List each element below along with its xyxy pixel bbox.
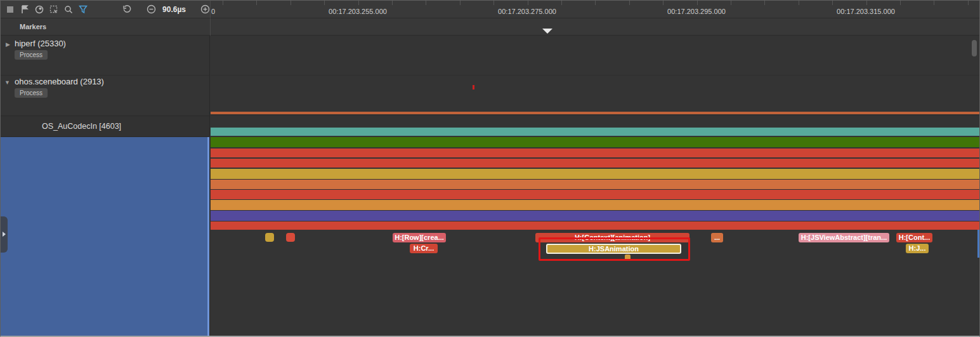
ruler-tick <box>561 1 562 5</box>
tiny-red-marker <box>473 85 474 89</box>
record-icon[interactable] <box>34 4 44 15</box>
divider <box>1 75 209 76</box>
ruler-tick <box>493 1 494 5</box>
ruler-tick <box>528 1 528 5</box>
ruler-tick <box>358 1 359 5</box>
ruler-tick <box>426 1 426 5</box>
marker-triangle-icon[interactable] <box>542 29 552 34</box>
right-edge-marker <box>977 229 979 258</box>
timeline-slice[interactable]: ... <box>711 233 723 242</box>
ruler-tick <box>934 1 934 5</box>
flag-icon[interactable] <box>20 4 30 15</box>
vertical-scrollbar[interactable] <box>972 40 977 56</box>
ruler-tick <box>799 1 799 5</box>
ruler-tick <box>731 1 731 5</box>
ruler-tick <box>866 1 867 5</box>
zoom-range-value: 90.6µs <box>162 5 186 14</box>
markers-row[interactable]: Markers <box>1 18 979 36</box>
ruler-tick <box>324 1 325 5</box>
ruler-tick <box>392 1 393 5</box>
time-label: 00:17.203.295.000 <box>658 8 735 15</box>
trace-bar[interactable] <box>211 169 979 179</box>
ruler-tick <box>900 1 901 5</box>
thread-row-os-aucodecin[interactable]: OS_AuCodecIn [4603] <box>1 116 209 137</box>
time-label-partial: 0 <box>211 8 215 15</box>
timeline-slice[interactable]: H:J... <box>906 244 929 253</box>
ruler-tick <box>629 1 630 5</box>
stop-icon[interactable] <box>5 4 15 15</box>
ruler-tick <box>832 1 833 5</box>
search-icon[interactable] <box>63 4 74 15</box>
time-label: 00:17.203.255.000 <box>320 8 396 15</box>
ruler-tick <box>764 1 765 5</box>
ruler-tick <box>223 1 223 5</box>
ruler-tick <box>256 1 257 5</box>
timeline-slice[interactable]: H:Cr... <box>410 244 438 253</box>
row-divider <box>211 75 979 76</box>
timeline-slice[interactable]: H:[JSViewAbstract][tran... <box>799 233 889 242</box>
select-icon[interactable] <box>49 4 59 15</box>
trace-bar[interactable] <box>211 190 979 199</box>
trace-bar[interactable] <box>211 149 979 157</box>
process-badge: Process <box>15 88 48 98</box>
time-ruler[interactable]: 0 00:17.203.255.00000:17.203.275.00000:1… <box>210 1 979 18</box>
timeline-track-area[interactable]: H:[Row][crea...H:[Context][animation]...… <box>211 36 979 336</box>
trace-bar[interactable] <box>211 211 979 221</box>
trace-profiler-window: 90.6µs 0 00:17.203.255.00000:17.203.275.… <box>0 0 980 337</box>
trace-bar[interactable] <box>211 128 979 136</box>
trace-bar[interactable] <box>211 221 979 230</box>
ruler-tick <box>663 1 663 5</box>
time-label: 00:17.203.315.000 <box>828 8 904 15</box>
history-icon[interactable] <box>122 4 132 15</box>
process-name: ohos.sceneboard (2913) <box>15 77 104 86</box>
time-label: 00:17.203.275.000 <box>489 8 565 15</box>
ruler-tick <box>968 1 969 5</box>
process-badge: Process <box>15 50 48 60</box>
selection-highlight-rect <box>539 237 690 261</box>
sidebar: ▶ hiperf (25330) Process ▼ ohos.sceneboa… <box>1 36 210 336</box>
trace-bar[interactable] <box>211 159 979 168</box>
toolbar: 90.6µs <box>1 1 210 18</box>
panel-expand-handle[interactable] <box>1 216 8 253</box>
chevron-right-icon[interactable]: ▶ <box>6 41 10 48</box>
selection-blue-panel <box>1 137 209 336</box>
markers-label: Markers <box>20 23 46 30</box>
zoom-out-icon[interactable] <box>146 4 156 15</box>
timeline-slice-chip[interactable] <box>265 233 274 242</box>
ruler-tick <box>460 1 461 5</box>
row-divider <box>211 115 979 116</box>
ruler-tick <box>291 1 291 5</box>
ruler-tick <box>697 1 698 5</box>
timeline-slice[interactable]: H:[Row][crea... <box>393 233 446 242</box>
trace-bar[interactable] <box>211 200 979 210</box>
trace-bar[interactable] <box>211 112 979 114</box>
trace-bar[interactable] <box>211 137 979 147</box>
process-name: hiperf (25330) <box>15 39 66 48</box>
thread-name: OS_AuCodecIn [4603] <box>42 116 121 137</box>
timeline-slice-chip[interactable] <box>286 233 295 242</box>
zoom-in-icon[interactable] <box>200 4 210 15</box>
chevron-down-icon[interactable]: ▼ <box>4 79 10 86</box>
ruler-tick <box>595 1 596 5</box>
trace-bar[interactable] <box>211 180 979 189</box>
timeline-slice[interactable]: H:[Cont... <box>896 233 932 242</box>
filter-icon[interactable] <box>78 4 88 15</box>
divider <box>210 18 211 36</box>
